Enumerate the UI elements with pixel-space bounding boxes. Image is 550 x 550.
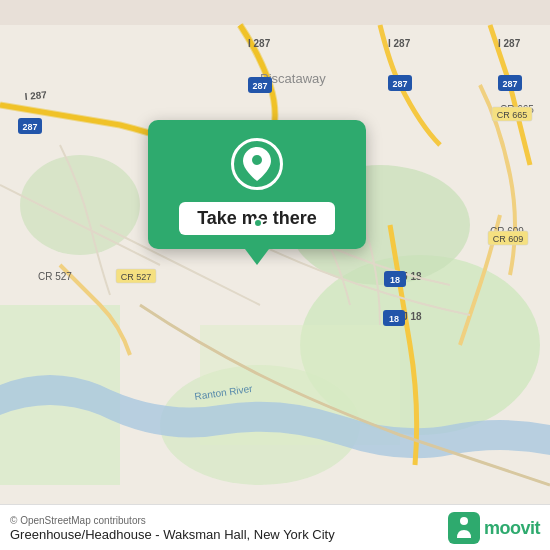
bottom-left-info: © OpenStreetMap contributors Greenhouse/… [10,515,335,542]
svg-text:18: 18 [390,275,400,285]
copyright-text: © OpenStreetMap contributors [10,515,335,526]
bottom-bar: © OpenStreetMap contributors Greenhouse/… [0,504,550,550]
svg-point-38 [460,517,468,525]
popup-card: Take me there [148,120,366,249]
map-container: I 287 I 287 I 287 I 287 CR 665 CR 609 NJ… [0,0,550,550]
moovit-icon [448,512,480,544]
svg-text:18: 18 [389,314,399,324]
svg-text:287: 287 [392,79,407,89]
svg-text:I 287: I 287 [24,89,48,102]
svg-text:CR 609: CR 609 [493,234,524,244]
svg-text:I 287: I 287 [388,38,411,49]
moovit-logo: moovit [448,512,540,544]
svg-rect-37 [448,512,480,544]
location-label: Greenhouse/Headhouse - Waksman Hall, New… [10,527,335,542]
svg-text:CR 527: CR 527 [38,271,72,282]
svg-text:I 287: I 287 [248,38,271,49]
moovit-text: moovit [484,518,540,539]
svg-text:287: 287 [502,79,517,89]
svg-point-36 [252,155,262,165]
svg-text:287: 287 [22,122,37,132]
location-pin-icon [231,138,283,190]
svg-text:I 287: I 287 [498,38,521,49]
svg-text:CR 527: CR 527 [121,272,152,282]
svg-text:287: 287 [252,81,267,91]
svg-text:CR 665: CR 665 [497,110,528,120]
